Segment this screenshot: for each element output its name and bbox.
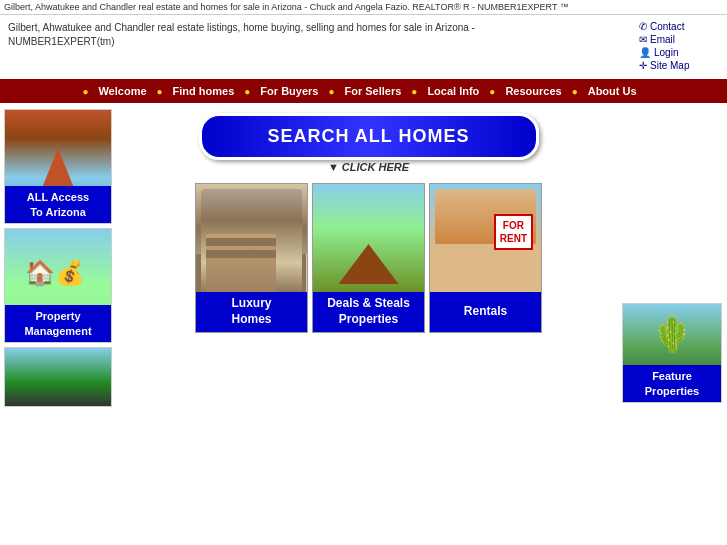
- feature-properties-label: Feature Properties: [623, 365, 721, 402]
- login-icon: 👤: [639, 47, 651, 58]
- nav-bar: ● Welcome ● Find homes ● For Buyers ● Fo…: [0, 79, 727, 103]
- click-here-label: ▼ CLICK HERE: [199, 161, 539, 173]
- luxury-homes-image: [196, 184, 307, 294]
- contact-label: Contact: [650, 21, 684, 32]
- nav-dot-5: ●: [411, 86, 417, 97]
- login-label: Login: [654, 47, 678, 58]
- nav-find-homes-label: Find homes: [173, 85, 235, 97]
- nav-about-us-label: About Us: [588, 85, 637, 97]
- sidebar-bottom-card[interactable]: [4, 347, 112, 407]
- nav-resources[interactable]: Resources: [497, 83, 569, 99]
- sitemap-icon: ✛: [639, 60, 647, 71]
- rentals-label: Rentals: [430, 292, 541, 332]
- nav-for-sellers[interactable]: For Sellers: [336, 83, 409, 99]
- nav-find-homes[interactable]: Find homes: [165, 83, 243, 99]
- nav-dot-4: ●: [328, 86, 334, 97]
- login-link[interactable]: 👤 Login: [639, 47, 719, 58]
- header-links: ✆ Contact ✉ Email 👤 Login ✛ Site Map: [639, 21, 719, 73]
- center-content: SEARCH ALL HOMES ▼ CLICK HERE: [115, 109, 622, 407]
- deals-steals-card[interactable]: Deals & Steals Properties: [312, 183, 425, 333]
- luxury-homes-card[interactable]: Luxury Homes: [195, 183, 308, 333]
- main-content: ALL Access To Arizona Property Managemen…: [0, 103, 727, 413]
- nav-dot-2: ●: [157, 86, 163, 97]
- header-description: Gilbert, Ahwatukee and Chandler real est…: [8, 21, 475, 49]
- search-btn-container: SEARCH ALL HOMES ▼ CLICK HERE: [199, 113, 539, 173]
- nav-for-buyers-label: For Buyers: [260, 85, 318, 97]
- rentals-image: FORRENT: [430, 184, 541, 294]
- email-link[interactable]: ✉ Email: [639, 34, 719, 45]
- feature-properties-card[interactable]: 🌵 Feature Properties: [622, 303, 722, 403]
- top-bar-text: Gilbert, Ahwatukee and Chandler real est…: [4, 2, 569, 12]
- all-access-label: ALL Access To Arizona: [5, 186, 111, 223]
- property-grid: Luxury Homes Deals & Steals Properties: [195, 183, 542, 333]
- contact-link[interactable]: ✆ Contact: [639, 21, 719, 32]
- header-line2: NUMBER1EXPERT(tm): [8, 35, 475, 49]
- nav-dot-6: ●: [489, 86, 495, 97]
- nav-for-sellers-label: For Sellers: [344, 85, 401, 97]
- nav-local-info-label: Local Info: [427, 85, 479, 97]
- top-bar: Gilbert, Ahwatukee and Chandler real est…: [0, 0, 727, 15]
- deals-steals-image: [313, 184, 424, 294]
- left-sidebar: ALL Access To Arizona Property Managemen…: [0, 109, 115, 407]
- property-management-card[interactable]: Property Management: [4, 228, 112, 343]
- sitemap-link[interactable]: ✛ Site Map: [639, 60, 719, 71]
- all-access-card[interactable]: ALL Access To Arizona: [4, 109, 112, 224]
- email-label: Email: [650, 34, 675, 45]
- nav-resources-label: Resources: [505, 85, 561, 97]
- nav-dot-3: ●: [244, 86, 250, 97]
- nav-welcome[interactable]: Welcome: [90, 83, 154, 99]
- nav-dot-7: ●: [572, 86, 578, 97]
- nav-for-buyers[interactable]: For Buyers: [252, 83, 326, 99]
- right-sidebar: 🌵 Feature Properties: [622, 109, 727, 407]
- header-line1: Gilbert, Ahwatukee and Chandler real est…: [8, 21, 475, 35]
- nav-local-info[interactable]: Local Info: [419, 83, 487, 99]
- rentals-card[interactable]: FORRENT Rentals: [429, 183, 542, 333]
- luxury-homes-label: Luxury Homes: [196, 292, 307, 332]
- contact-icon: ✆: [639, 21, 647, 32]
- header: Gilbert, Ahwatukee and Chandler real est…: [0, 15, 727, 79]
- click-arrow: ▼: [328, 161, 342, 173]
- property-management-label: Property Management: [5, 305, 111, 342]
- nav-dot-1: ●: [82, 86, 88, 97]
- deals-steals-label: Deals & Steals Properties: [313, 292, 424, 332]
- nav-about-us[interactable]: About Us: [580, 83, 645, 99]
- email-icon: ✉: [639, 34, 647, 45]
- search-all-homes-button[interactable]: SEARCH ALL HOMES: [199, 113, 539, 160]
- nav-welcome-label: Welcome: [98, 85, 146, 97]
- sitemap-label: Site Map: [650, 60, 689, 71]
